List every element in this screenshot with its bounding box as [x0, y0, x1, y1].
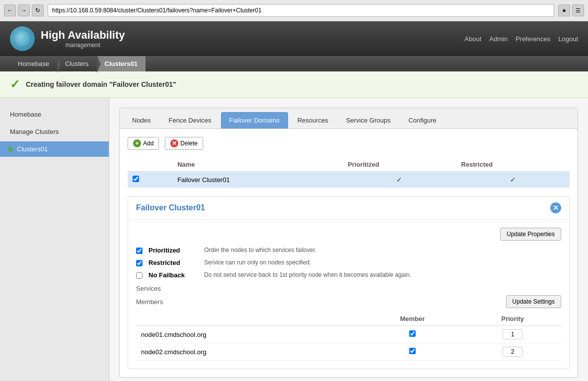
row-name-cell: Failover Cluster01	[172, 172, 343, 188]
services-section-label: Services	[136, 285, 561, 292]
logo-inner-icon	[15, 31, 30, 46]
about-link[interactable]: About	[464, 35, 481, 43]
tab-fence-devices[interactable]: Fence Devices	[160, 112, 220, 128]
prop-nofailback-row: No Failback Do not send service back to …	[136, 271, 561, 279]
admin-link[interactable]: Admin	[489, 35, 508, 43]
delete-icon: ✕	[170, 139, 178, 147]
row-prioritized-cell: ✓	[343, 172, 456, 188]
app-nav-links: About Admin Preferences Logout	[464, 35, 578, 43]
member-1-checkbox-cell	[361, 326, 464, 343]
tab-failover-domains[interactable]: Failover Domains	[221, 112, 288, 128]
tab-service-groups[interactable]: Service Groups	[338, 112, 399, 128]
back-button[interactable]: ←	[4, 4, 16, 16]
browser-nav-buttons: ← → ↻	[4, 4, 44, 16]
browser-chrome: ← → ↻ ★ ☰	[0, 0, 588, 21]
member-2-checkbox-cell	[361, 343, 464, 361]
member-1-checkbox[interactable]	[409, 330, 416, 337]
cluster-name-label: Clusters01	[17, 145, 48, 153]
member-1-priority-input[interactable]	[503, 329, 522, 339]
prop-nofailback-label: No Failback	[148, 271, 198, 279]
menu-button[interactable]: ☰	[572, 4, 584, 16]
breadcrumb-homebase[interactable]: Homebase	[10, 56, 57, 71]
detail-title: Failover Cluster01	[136, 203, 205, 212]
success-banner: ✓ Creating failover domain "Failover Clu…	[0, 71, 588, 98]
members-col-member: Member	[361, 312, 464, 326]
sidebar-item-homebase[interactable]: Homebase	[0, 106, 109, 123]
prop-prioritized-row: Prioritized Order the nodes to which ser…	[136, 247, 561, 254]
app-title-main: High Availability	[41, 29, 125, 42]
prop-restricted-checkbox[interactable]	[136, 260, 143, 266]
toolbar: + Add ✕ Delete	[128, 137, 570, 150]
tabs-body: + Add ✕ Delete Name Prioritized	[120, 129, 578, 377]
app-header: High Availability management About Admin…	[0, 21, 588, 56]
member-row-2: node02.cmdschool.org	[136, 343, 561, 361]
prop-prioritized-desc: Order the nodes to which services failov…	[204, 247, 316, 254]
restricted-checkmark: ✓	[510, 176, 516, 184]
forward-button[interactable]: →	[18, 4, 30, 16]
tabs-container: Nodes Fence Devices Failover Domains Res…	[119, 108, 578, 378]
member-2-priority-input[interactable]	[503, 347, 522, 357]
logo-icon	[10, 26, 35, 51]
app-logo: High Availability management	[10, 26, 125, 51]
preferences-link[interactable]: Preferences	[515, 35, 550, 43]
sidebar-item-manage-clusters[interactable]: Manage Clusters	[0, 123, 109, 140]
member-2-name: node02.cmdschool.org	[136, 343, 361, 361]
update-settings-button[interactable]: Update Settings	[506, 295, 561, 308]
bookmark-button[interactable]: ★	[558, 4, 570, 16]
cluster-status-dot	[8, 147, 13, 152]
members-table: Member Priority node01.cmdschool.org	[136, 312, 561, 361]
failover-domains-table: Name Prioritized Restricted Failover Clu…	[128, 158, 570, 188]
col-name: Name	[172, 158, 343, 172]
member-row-1: node01.cmdschool.org	[136, 326, 561, 343]
detail-header: Failover Cluster01 ✕	[128, 196, 569, 220]
prioritized-checkmark: ✓	[396, 176, 402, 184]
members-header-row: Members Update Settings	[136, 295, 561, 308]
prop-restricted-row: Restricted Service can run only on nodes…	[136, 259, 561, 266]
content-area: Nodes Fence Devices Failover Domains Res…	[109, 98, 588, 381]
sidebar: Homebase Manage Clusters Clusters01	[0, 98, 109, 381]
detail-panel: Failover Cluster01 ✕ Update Properties P…	[128, 196, 570, 369]
success-message: Creating failover domain "Failover Clust…	[26, 80, 176, 88]
col-restricted: Restricted	[456, 158, 570, 172]
app-title: High Availability management	[41, 29, 125, 49]
prop-nofailback-checkbox[interactable]	[136, 272, 143, 279]
add-icon: +	[133, 139, 141, 147]
tab-nodes[interactable]: Nodes	[124, 112, 159, 128]
prop-restricted-label: Restricted	[148, 259, 198, 266]
add-button[interactable]: + Add	[128, 137, 159, 150]
table-row[interactable]: Failover Cluster01 ✓ ✓	[128, 172, 570, 188]
row-checkbox[interactable]	[133, 176, 139, 182]
prop-prioritized-label: Prioritized	[148, 247, 198, 254]
members-col-priority: Priority	[464, 312, 561, 326]
breadcrumb-clusters[interactable]: Clusters	[57, 56, 97, 71]
member-2-checkbox[interactable]	[409, 348, 416, 354]
member-1-priority-cell	[464, 326, 561, 343]
update-properties-button[interactable]: Update Properties	[500, 228, 561, 241]
member-1-name: node01.cmdschool.org	[136, 326, 361, 343]
delete-button[interactable]: ✕ Delete	[165, 137, 203, 150]
url-bar[interactable]	[48, 4, 554, 17]
row-restricted-cell: ✓	[456, 172, 570, 188]
main-layout: Homebase Manage Clusters Clusters01 Node…	[0, 98, 588, 381]
tab-configure[interactable]: Configure	[400, 112, 444, 128]
breadcrumb: Homebase Clusters Clusters01	[0, 56, 588, 71]
tabs-header: Nodes Fence Devices Failover Domains Res…	[120, 108, 578, 129]
tab-resources[interactable]: Resources	[289, 112, 337, 128]
members-section-label: Members	[136, 298, 163, 306]
sidebar-item-clusters01[interactable]: Clusters01	[0, 141, 109, 157]
detail-body: Update Properties Prioritized Order the …	[128, 220, 569, 369]
app-title-sub: management	[41, 42, 125, 49]
update-properties-row: Update Properties	[136, 228, 561, 247]
add-label: Add	[143, 140, 153, 147]
prop-prioritized-checkbox[interactable]	[136, 248, 143, 254]
detail-close-button[interactable]: ✕	[550, 202, 561, 213]
members-col-name	[136, 312, 361, 326]
col-checkbox	[128, 158, 172, 172]
breadcrumb-clusters01[interactable]: Clusters01	[97, 56, 146, 71]
row-checkbox-cell[interactable]	[128, 172, 172, 188]
reload-button[interactable]: ↻	[32, 4, 44, 16]
member-2-priority-cell	[464, 343, 561, 361]
success-icon: ✓	[10, 77, 20, 91]
delete-label: Delete	[180, 140, 198, 147]
logout-link[interactable]: Logout	[558, 35, 578, 43]
